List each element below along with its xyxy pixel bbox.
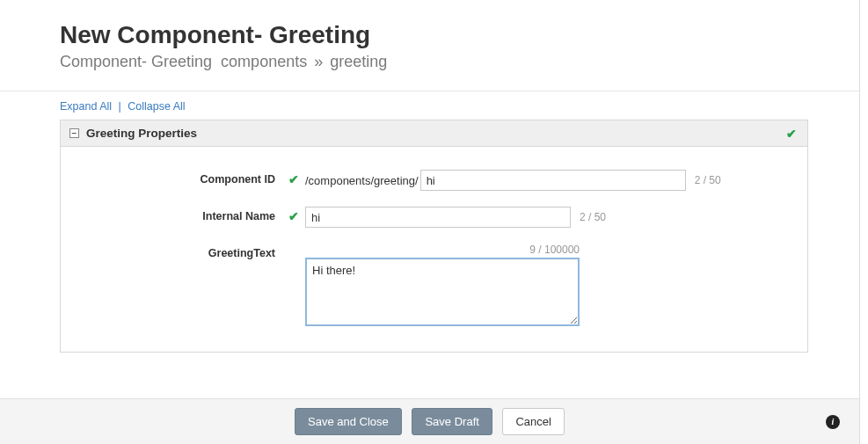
row-internal-name: Internal Name ✔ 2 / 50 xyxy=(69,207,799,228)
internal-name-counter: 2 / 50 xyxy=(580,211,606,223)
cancel-button[interactable]: Cancel xyxy=(502,408,564,435)
panel-valid-check-icon: ✔ xyxy=(786,127,797,141)
internal-name-input[interactable] xyxy=(305,207,571,228)
toolbar-pipe: | xyxy=(119,100,121,113)
breadcrumb-part2: components xyxy=(221,53,307,70)
component-id-counter: 2 / 50 xyxy=(695,174,721,186)
breadcrumb-separator-icon: » xyxy=(314,53,323,70)
save-draft-button[interactable]: Save Draft xyxy=(412,408,492,435)
collapse-all-link[interactable]: Collapse All xyxy=(128,100,185,113)
panel-title: Greeting Properties xyxy=(86,127,197,140)
component-id-prefix: /components/greeting/ xyxy=(305,174,419,187)
footer-bar: Save and Close Save Draft Cancel i xyxy=(0,398,859,444)
panel-body: Component ID ✔ /components/greeting/ 2 /… xyxy=(61,147,807,352)
breadcrumb-part1: Component- Greeting xyxy=(60,53,212,70)
valid-spacer xyxy=(282,244,305,246)
greeting-text-input[interactable]: Hi there! xyxy=(305,258,580,326)
label-internal-name: Internal Name xyxy=(69,207,282,222)
expand-all-link[interactable]: Expand All xyxy=(60,100,112,113)
properties-panel: − Greeting Properties ✔ Component ID ✔ /… xyxy=(60,120,808,353)
valid-check-icon: ✔ xyxy=(282,207,305,223)
valid-check-icon: ✔ xyxy=(282,170,305,186)
panel-header[interactable]: − Greeting Properties ✔ xyxy=(61,120,807,147)
toolbar: Expand All | Collapse All xyxy=(0,91,868,118)
save-and-close-button[interactable]: Save and Close xyxy=(295,408,402,435)
breadcrumb: Component- Greeting components » greetin… xyxy=(60,53,868,71)
label-component-id: Component ID xyxy=(69,170,282,186)
row-greeting-text: GreetingText 9 / 100000 Hi there! xyxy=(69,244,799,329)
breadcrumb-part3: greeting xyxy=(330,53,387,70)
greeting-text-counter: 9 / 100000 xyxy=(305,244,580,256)
label-greeting-text: GreetingText xyxy=(69,244,282,259)
info-icon[interactable]: i xyxy=(826,415,840,429)
page-title: New Component- Greeting xyxy=(60,21,868,49)
right-rail xyxy=(859,0,868,444)
collapse-toggle-icon[interactable]: − xyxy=(69,128,79,138)
row-component-id: Component ID ✔ /components/greeting/ 2 /… xyxy=(69,170,799,191)
component-id-input[interactable] xyxy=(420,170,686,191)
